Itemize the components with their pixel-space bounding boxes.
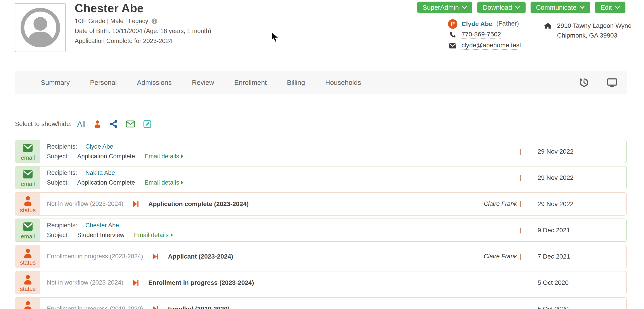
meta-separator: | bbox=[520, 166, 522, 189]
tab-admissions[interactable]: Admissions bbox=[137, 79, 172, 86]
parent-phone-row: 770-869-7502 bbox=[448, 30, 521, 39]
edit-button[interactable]: Edit bbox=[595, 1, 626, 13]
row-type-label: status bbox=[20, 286, 36, 293]
record-nav-tabs: Summary Personal Admissions Review Enrol… bbox=[15, 71, 627, 94]
skip-forward-icon bbox=[132, 279, 139, 286]
chevron-down-icon bbox=[462, 6, 467, 9]
activity-row-email: email Recipients: Nakita Abe Subject: Ap… bbox=[15, 166, 627, 189]
status-from: Not in workflow (2023-2024) bbox=[47, 279, 124, 286]
activity-row-email: email Recipients: Clyde Abe Subject: App… bbox=[15, 140, 627, 163]
row-type-badge: status bbox=[16, 193, 40, 215]
skip-forward-icon bbox=[132, 200, 139, 208]
address-line2: Chipmonk, GA 39903 bbox=[557, 30, 632, 40]
activity-filter-bar: Select to show/hide: All bbox=[15, 119, 152, 129]
meta-separator: | bbox=[520, 193, 522, 215]
row-type-badge: status bbox=[16, 272, 40, 294]
phone-icon bbox=[448, 31, 458, 39]
activity-date: 9 Dec 2021 bbox=[538, 219, 570, 241]
row-type-label: email bbox=[21, 233, 35, 240]
email-badge-icon bbox=[21, 169, 34, 180]
row-type-label: status bbox=[20, 207, 36, 214]
filter-person-icon[interactable] bbox=[93, 119, 102, 128]
envelope-icon bbox=[448, 42, 458, 50]
row-type-label: email bbox=[21, 181, 35, 188]
student-avatar[interactable] bbox=[15, 3, 66, 52]
parent-badge-icon: P bbox=[448, 19, 458, 29]
activity-date: 29 Nov 2022 bbox=[538, 193, 574, 215]
filter-email-icon[interactable] bbox=[126, 119, 136, 129]
chevron-down-icon bbox=[615, 6, 620, 9]
filter-label: Select to show/hide: bbox=[15, 120, 72, 128]
person-badge-icon bbox=[22, 195, 34, 207]
person-badge-icon bbox=[22, 248, 34, 259]
subject-label: Subject: bbox=[47, 153, 77, 160]
parent-name-link[interactable]: Clyde Abe bbox=[462, 20, 492, 27]
tab-enrollment[interactable]: Enrollment bbox=[234, 79, 267, 86]
status-to: Applicant (2023-2024) bbox=[168, 253, 233, 260]
info-icon[interactable] bbox=[151, 18, 158, 25]
status-from: Not in workflow (2023-2024) bbox=[47, 200, 124, 207]
activity-row-status: status Not in workflow (2023-2024) Enrol… bbox=[15, 271, 627, 294]
filter-edit-icon[interactable] bbox=[143, 119, 152, 129]
meta-separator: | bbox=[520, 245, 522, 268]
history-icon[interactable] bbox=[579, 77, 589, 88]
subject-value: Student Interview bbox=[77, 232, 124, 239]
recipients-label: Recipients: bbox=[47, 169, 85, 176]
tab-review[interactable]: Review bbox=[192, 79, 214, 86]
superadmin-button[interactable]: SuperAdmin bbox=[417, 1, 472, 13]
application-status: Application Complete for 2023-2024 bbox=[75, 37, 172, 44]
caret-right-icon bbox=[181, 181, 184, 185]
changed-by: Claire Frank bbox=[484, 245, 517, 268]
recipient-link[interactable]: Nakita Abe bbox=[85, 169, 115, 176]
person-badge-icon bbox=[22, 274, 34, 286]
home-icon bbox=[543, 22, 552, 40]
skip-forward-icon bbox=[152, 306, 159, 309]
changed-by: Claire Frank bbox=[484, 193, 517, 215]
status-from: Enrollment in progress (2019-2020) bbox=[47, 306, 143, 309]
person-silhouette-icon bbox=[17, 5, 64, 50]
activity-row-email: email Recipients: Chester Abe Subject: S… bbox=[15, 219, 627, 242]
parent-email-link[interactable]: clyde@abehome.test bbox=[462, 42, 521, 50]
email-details-link[interactable]: Email details bbox=[144, 179, 184, 186]
email-details-link[interactable]: Email details bbox=[144, 153, 184, 160]
tab-personal[interactable]: Personal bbox=[90, 79, 116, 86]
email-details-link[interactable]: Email details bbox=[134, 232, 174, 239]
row-type-badge: email bbox=[16, 219, 40, 241]
filter-all-link[interactable]: All bbox=[77, 120, 86, 128]
tab-households[interactable]: Households bbox=[325, 79, 361, 86]
recipients-label: Recipients: bbox=[47, 222, 85, 229]
grade-gender-type: 10th Grade | Male | Legacy bbox=[75, 18, 148, 25]
chevron-down-icon bbox=[580, 6, 585, 9]
tab-summary[interactable]: Summary bbox=[41, 79, 70, 86]
row-type-label: status bbox=[20, 259, 36, 266]
skip-forward-icon bbox=[152, 253, 159, 260]
meta-separator: | bbox=[520, 140, 522, 163]
download-button[interactable]: Download bbox=[477, 1, 526, 13]
activity-date: 5 Oct 2020 bbox=[538, 272, 568, 294]
row-type-label: email bbox=[21, 154, 35, 161]
status-to: Enrolled (2019-2020) bbox=[168, 306, 230, 309]
email-badge-icon bbox=[21, 143, 34, 153]
subject-value: Application Complete bbox=[77, 153, 135, 160]
header-action-buttons: SuperAdmin Download Communicate Edit bbox=[417, 1, 626, 13]
student-meta: 10th Grade | Male | Legacy bbox=[75, 18, 158, 25]
activity-row-status: status Enrollment in progress (2023-2024… bbox=[15, 245, 627, 268]
filter-share-icon[interactable] bbox=[109, 119, 118, 128]
recipient-link[interactable]: Chester Abe bbox=[85, 222, 119, 229]
parent-email-row: clyde@abehome.test bbox=[448, 41, 521, 50]
monitor-icon[interactable] bbox=[606, 77, 618, 88]
activity-feed: email Recipients: Clyde Abe Subject: App… bbox=[15, 140, 627, 309]
row-type-badge: status bbox=[16, 245, 40, 268]
mouse-cursor-icon bbox=[271, 31, 280, 43]
tab-billing[interactable]: Billing bbox=[287, 79, 305, 86]
parent-phone-link[interactable]: 770-869-7502 bbox=[462, 31, 501, 39]
activity-date: 5 Oct 2020 bbox=[538, 298, 568, 309]
parent-relation: (Father) bbox=[496, 20, 519, 28]
parent-contact-block: P Clyde Abe (Father) 770-869-7502 clyde@… bbox=[448, 19, 521, 52]
email-badge-icon bbox=[21, 221, 34, 232]
subject-value: Application Complete bbox=[77, 179, 135, 186]
communicate-button[interactable]: Communicate bbox=[530, 1, 590, 13]
recipient-link[interactable]: Clyde Abe bbox=[85, 143, 113, 150]
activity-date: 7 Dec 2021 bbox=[538, 245, 570, 268]
address-line1: 2910 Tawny Lagoon Wynd bbox=[557, 21, 632, 30]
